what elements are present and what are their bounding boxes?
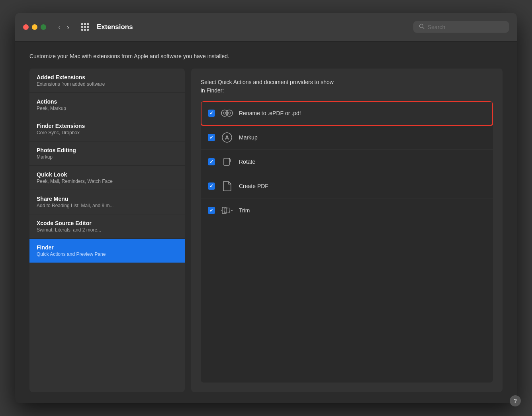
minimize-button[interactable] (32, 24, 37, 30)
checkbox-markup[interactable]: ✓ (208, 134, 215, 141)
window-title: Extensions (97, 23, 407, 31)
svg-point-3 (226, 110, 233, 116)
rename-icon (221, 107, 233, 120)
action-label-markup: Markup (239, 134, 258, 141)
sidebar-item-subtitle: Markup (37, 154, 178, 160)
action-label-trim: Trim (239, 207, 250, 214)
search-input[interactable] (428, 24, 499, 30)
svg-text:A: A (225, 134, 229, 141)
sidebar-item-quick-look[interactable]: Quick Look Peek, Mail, Reminders, Watch … (29, 166, 185, 190)
content-area: Customize your Mac with extensions from … (15, 41, 517, 403)
svg-point-0 (420, 24, 423, 28)
sidebar-item-finder[interactable]: Finder Quick Actions and Preview Pane (29, 239, 185, 263)
sidebar-item-actions[interactable]: Actions Peek, Markup (29, 93, 185, 117)
back-arrow[interactable]: ‹ (56, 22, 63, 32)
page-subtitle: Customize your Mac with extensions from … (29, 53, 503, 61)
svg-line-1 (423, 27, 424, 29)
sidebar-item-xcode-source-editor[interactable]: Xcode Source Editor Swimat, Literals, an… (29, 214, 185, 239)
checkmark-icon: ✓ (209, 159, 213, 165)
sidebar-item-title: Finder Extensions (37, 123, 178, 129)
sidebar-item-title: Finder (37, 244, 178, 251)
sidebar-item-title: Quick Look (37, 171, 178, 178)
svg-point-4 (223, 112, 226, 114)
extensions-window: ‹ › Extensions Customize your Mac with e… (15, 13, 517, 403)
action-label-rename-pdf: Rename to .ePDF or .pdf (239, 110, 301, 116)
svg-rect-10 (225, 208, 229, 213)
action-label-rotate: Rotate (239, 159, 255, 165)
sidebar-item-title: Photos Editing (37, 147, 178, 153)
checkmark-icon: ✓ (209, 135, 213, 140)
close-button[interactable] (23, 24, 29, 30)
grid-icon[interactable] (81, 23, 89, 31)
action-item-markup[interactable]: ✓ A Markup (201, 126, 493, 150)
checkbox-create-pdf[interactable]: ✓ (208, 182, 215, 190)
checkmark-icon: ✓ (209, 110, 213, 116)
sidebar-item-title: Actions (37, 98, 178, 105)
sidebar-item-title: Xcode Source Editor (37, 220, 178, 226)
rotate-icon (221, 155, 233, 168)
sidebar-item-subtitle: Quick Actions and Preview Pane (37, 251, 178, 257)
search-icon (419, 24, 424, 30)
action-label-create-pdf: Create PDF (239, 183, 268, 189)
sidebar-item-title: Added Extensions (37, 74, 178, 80)
right-panel-description: Select Quick Actions and document provid… (201, 78, 493, 95)
svg-point-5 (228, 112, 231, 114)
sidebar-item-photos-editing[interactable]: Photos Editing Markup (29, 141, 185, 166)
sidebar-item-subtitle: Peek, Mail, Reminders, Watch Face (37, 179, 178, 184)
main-panel: Added Extensions Extensions from added s… (29, 69, 503, 392)
action-item-rename-pdf[interactable]: ✓ Rename to .ePDF or .pdf (201, 101, 493, 126)
trim-icon (221, 204, 233, 217)
forward-arrow[interactable]: › (65, 22, 72, 32)
sidebar-item-share-menu[interactable]: Share Menu Add to Reading List, Mail, an… (29, 190, 185, 214)
action-item-create-pdf[interactable]: ✓ Create PDF (201, 174, 493, 198)
sidebar-item-title: Share Menu (37, 196, 178, 202)
checkbox-rotate[interactable]: ✓ (208, 158, 215, 165)
actions-list: ✓ Rename to .ePDF or .pdf (201, 101, 493, 383)
sidebar-item-finder-extensions[interactable]: Finder Extensions Core Sync, Dropbox (29, 117, 185, 141)
create-pdf-icon (221, 180, 233, 192)
search-box[interactable] (413, 21, 509, 33)
traffic-lights (23, 24, 46, 30)
sidebar-item-subtitle: Swimat, Literals, and 2 more... (37, 227, 178, 233)
action-item-trim[interactable]: ✓ Trim (201, 198, 493, 222)
action-item-rotate[interactable]: ✓ Rotate (201, 150, 493, 174)
checkmark-icon: ✓ (209, 183, 213, 189)
checkmark-icon: ✓ (209, 208, 213, 213)
sidebar: Added Extensions Extensions from added s… (29, 69, 185, 392)
maximize-button[interactable] (41, 24, 46, 30)
sidebar-item-subtitle: Peek, Markup (37, 106, 178, 111)
sidebar-item-subtitle: Extensions from added software (37, 81, 178, 87)
titlebar: ‹ › Extensions (15, 13, 517, 41)
sidebar-item-added-extensions[interactable]: Added Extensions Extensions from added s… (29, 69, 185, 93)
sidebar-item-subtitle: Core Sync, Dropbox (37, 130, 178, 135)
right-panel: Select Quick Actions and document provid… (191, 69, 503, 392)
sidebar-item-subtitle: Add to Reading List, Mail, and 9 m... (37, 203, 178, 208)
nav-arrows: ‹ › (56, 22, 72, 32)
checkbox-trim[interactable]: ✓ (208, 207, 215, 214)
checkbox-rename-pdf[interactable]: ✓ (208, 110, 215, 117)
markup-icon: A (221, 131, 233, 144)
svg-rect-8 (224, 158, 229, 165)
